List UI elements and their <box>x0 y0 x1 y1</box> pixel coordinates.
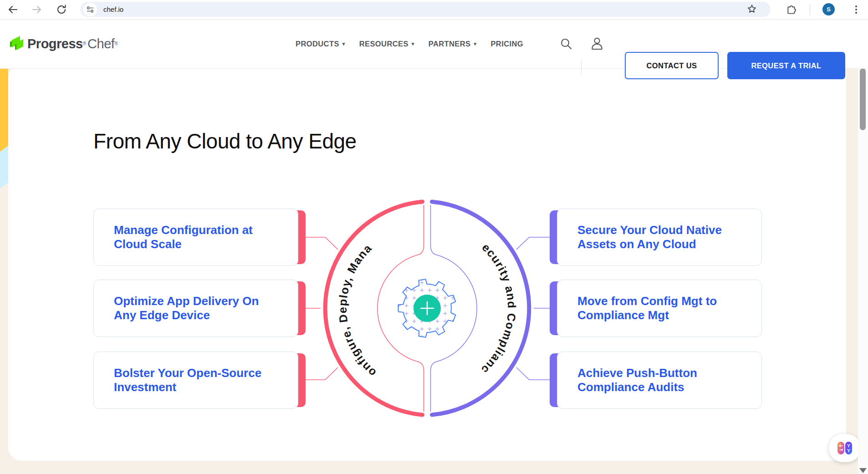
nav-resources-label: RESOURCES <box>359 40 408 48</box>
card-secure-cloud-native[interactable]: Secure Your Cloud NativeAssets on Any Cl… <box>557 209 762 266</box>
forward-icon[interactable] <box>30 3 44 16</box>
back-icon[interactable] <box>6 3 20 16</box>
site-settings-icon[interactable] <box>83 3 97 16</box>
card-bolster-open-source[interactable]: Bolster Your Open-SourceInvestment <box>93 352 298 409</box>
nav-products[interactable]: PRODUCTS ▾ <box>296 40 345 48</box>
main-nav: PRODUCTS ▾ RESOURCES ▾ PARTNERS ▾ PRICIN… <box>296 19 523 68</box>
card-line: Compliance Audits <box>577 380 684 394</box>
nav-pricing[interactable]: PRICING <box>490 40 523 48</box>
scrollbar-down-arrow[interactable] <box>859 468 867 473</box>
menu-kebab-icon[interactable] <box>851 2 862 17</box>
card-line: Assets on Any Cloud <box>577 237 696 251</box>
site-header: Progress® Chef® PRODUCTS ▾ RESOURCES ▾ P… <box>0 19 868 69</box>
request-trial-button[interactable]: REQUEST A TRIAL <box>727 52 845 79</box>
card-line: Achieve Push-Button <box>577 366 697 380</box>
request-trial-label: REQUEST A TRIAL <box>751 61 821 70</box>
card-line: Bolster Your Open-Source <box>114 366 261 380</box>
extensions-icon[interactable] <box>784 3 798 16</box>
accent-stripe-yellow <box>0 68 8 153</box>
screen: chef.io S Progress® Chef® <box>0 0 868 474</box>
product-registered-mark: ® <box>114 37 117 51</box>
nav-products-label: PRODUCTS <box>296 40 339 48</box>
profile-avatar[interactable]: S <box>822 3 835 15</box>
address-bar[interactable]: chef.io <box>80 2 771 17</box>
nav-partners[interactable]: PARTNERS ▾ <box>429 40 477 48</box>
logo-brand-text: Progress <box>27 36 83 51</box>
scrollbar-thumb[interactable] <box>860 68 866 130</box>
logo-product-text: Chef <box>87 36 114 51</box>
nav-partners-label: PARTNERS <box>429 40 471 48</box>
card-line: Manage Configuration at <box>114 223 253 237</box>
contact-us-button[interactable]: CONTACT US <box>625 52 719 79</box>
card-push-button-audits[interactable]: Achieve Push-ButtonCompliance Audits <box>557 352 762 409</box>
brand-registered-mark: ® <box>83 37 86 51</box>
contact-us-label: CONTACT US <box>647 61 697 70</box>
card-line: Compliance Mgt <box>577 308 669 322</box>
page-title: From Any Cloud to Any Edge <box>93 129 357 153</box>
card-config-to-compliance[interactable]: Move from Config Mgt toCompliance Mgt <box>557 280 762 337</box>
scrollbar <box>858 19 868 474</box>
card-line: Secure Your Cloud Native <box>577 223 722 237</box>
card-manage-configuration[interactable]: Manage Configuration atCloud Scale <box>93 209 298 266</box>
avatar-initial: S <box>827 6 831 13</box>
progress-logo-icon <box>9 36 25 52</box>
nav-pricing-label: PRICING <box>490 40 523 48</box>
card-line: Investment <box>114 380 176 394</box>
card-line: Optimize App Delivery On <box>114 294 259 308</box>
card-optimize-app-delivery[interactable]: Optimize App Delivery OnAny Edge Device <box>93 280 298 337</box>
card-line: Cloud Scale <box>114 237 182 251</box>
toolbar-divider <box>810 4 810 15</box>
progress-chef-logo[interactable]: Progress® Chef® <box>9 19 118 68</box>
ai-chat-widget-button[interactable] <box>829 434 861 462</box>
account-icon[interactable] <box>590 19 604 68</box>
accent-stripe-blue <box>0 146 8 189</box>
bookmark-star-icon[interactable] <box>746 3 758 17</box>
card-line: Any Edge Device <box>114 308 210 322</box>
header-divider <box>581 60 582 73</box>
url-text: chef.io <box>103 5 123 13</box>
nav-resources[interactable]: RESOURCES ▾ <box>359 40 414 48</box>
card-line: Move from Config Mgt to <box>577 294 717 308</box>
browser-toolbar: chef.io S <box>0 0 868 20</box>
reload-icon[interactable] <box>55 3 68 16</box>
chevron-down-icon: ▾ <box>474 41 477 47</box>
brain-icon <box>836 440 853 456</box>
chevron-down-icon: ▾ <box>412 41 414 47</box>
search-icon[interactable] <box>559 19 573 68</box>
chevron-down-icon: ▾ <box>342 41 345 47</box>
